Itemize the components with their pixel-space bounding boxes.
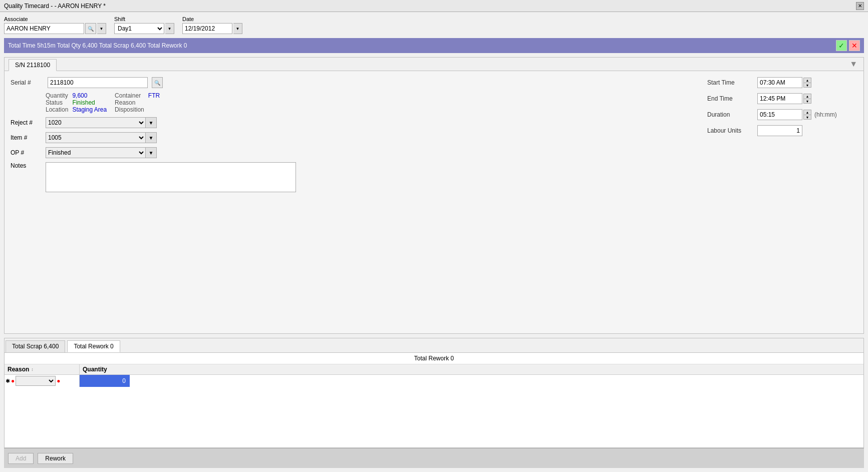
hhmm-label: (hh:mm) bbox=[814, 111, 837, 118]
qty-error-icon: ● bbox=[57, 377, 60, 384]
item-row: Item # 1005 ▼ bbox=[11, 132, 687, 143]
duration-up-btn[interactable]: ▲ bbox=[803, 110, 811, 115]
quantity-row-input[interactable] bbox=[98, 376, 128, 386]
op-row: OP # Finished ▼ bbox=[11, 147, 687, 158]
close-button[interactable]: ✕ bbox=[856, 2, 864, 10]
reject-select[interactable]: 1020 bbox=[46, 117, 146, 128]
cancel-button[interactable]: ✕ bbox=[849, 40, 860, 51]
associate-dropdown-btn[interactable]: ▼ bbox=[97, 23, 106, 34]
op-label: OP # bbox=[11, 149, 46, 156]
main-container: Associate 🔍 ▼ Shift Day1 ▼ Date ▼ bbox=[0, 12, 868, 472]
reject-label: Reject # bbox=[11, 119, 46, 126]
status-bar: Total Time 5h15m Total Qty 6,400 Total S… bbox=[4, 38, 864, 53]
item-select-group: 1005 ▼ bbox=[46, 132, 157, 143]
shift-label: Shift bbox=[114, 16, 174, 22]
save-button[interactable]: ✓ bbox=[836, 40, 847, 51]
status-bar-actions: ✓ ✕ bbox=[836, 40, 860, 51]
op-select-group: Finished ▼ bbox=[46, 147, 157, 158]
end-time-down-btn[interactable]: ▼ bbox=[803, 99, 811, 104]
reject-dropdown-btn[interactable]: ▼ bbox=[146, 117, 157, 128]
op-dropdown-btn[interactable]: ▼ bbox=[146, 147, 157, 158]
start-time-input[interactable] bbox=[757, 77, 802, 88]
duration-label: Duration bbox=[707, 111, 757, 118]
rework-table-header: Reason ↕ Quantity bbox=[5, 364, 863, 375]
reason-row-select[interactable] bbox=[16, 376, 56, 386]
shift-dropdown-btn[interactable]: ▼ bbox=[165, 23, 174, 34]
title-bar-text: Quality Timecard - - AARON HENRY * bbox=[4, 3, 106, 10]
serial-search-icon[interactable]: 🔍 bbox=[152, 77, 163, 88]
start-time-up-btn[interactable]: ▲ bbox=[803, 78, 811, 83]
associate-search-icon[interactable]: 🔍 bbox=[85, 23, 96, 34]
labour-units-input[interactable] bbox=[757, 125, 802, 136]
title-bar: Quality Timecard - - AARON HENRY * ✕ bbox=[0, 0, 868, 12]
disposition-info-label: Disposition bbox=[115, 106, 148, 113]
top-form: Associate 🔍 ▼ Shift Day1 ▼ Date ▼ bbox=[4, 16, 864, 34]
serial-row: Serial # 🔍 bbox=[11, 77, 687, 88]
duration-down-btn[interactable]: ▼ bbox=[803, 115, 811, 120]
duration-row: Duration ▲ ▼ (hh:mm) bbox=[707, 109, 857, 120]
container-info-value: FTR bbox=[148, 92, 168, 99]
reason-sort-icon[interactable]: ↕ bbox=[31, 367, 34, 372]
tab-header: S/N 2118100 ▼ bbox=[5, 58, 863, 71]
location-info-label: Location bbox=[46, 106, 72, 113]
col-quantity: Quantity bbox=[80, 364, 130, 374]
container-info-label: Container bbox=[115, 92, 148, 99]
reason-cell: ✱ ● ● bbox=[5, 375, 80, 387]
bottom-tab-content: Total Rework 0 Reason ↕ Quantity ✱ ● bbox=[5, 353, 863, 447]
end-time-label: End Time bbox=[707, 95, 757, 102]
associate-row: 🔍 ▼ bbox=[4, 23, 106, 34]
serial-input[interactable] bbox=[48, 77, 148, 88]
shift-group: Shift Day1 ▼ bbox=[114, 16, 174, 34]
footer: Add Rework bbox=[4, 448, 864, 468]
tab-content: Serial # 🔍 Quantity 9,600 Container FTR bbox=[5, 71, 863, 333]
item-select[interactable]: 1005 bbox=[46, 132, 146, 143]
tab-total-rework[interactable]: Total Rework 0 bbox=[67, 340, 120, 352]
bottom-tabs: Total Scrap 6,400 Total Rework 0 bbox=[5, 338, 863, 353]
reject-row: Reject # 1020 ▼ bbox=[11, 117, 687, 128]
date-label: Date bbox=[182, 16, 242, 22]
start-time-down-btn[interactable]: ▼ bbox=[803, 83, 811, 88]
tab-sn[interactable]: S/N 2118100 bbox=[9, 59, 57, 71]
labour-units-label: Labour Units bbox=[707, 127, 757, 134]
reject-select-group: 1020 ▼ bbox=[46, 117, 157, 128]
quantity-info-label: Quantity bbox=[46, 92, 72, 99]
status-info-value: Finished bbox=[72, 99, 115, 106]
shift-select[interactable]: Day1 bbox=[114, 23, 164, 34]
notes-textarea[interactable] bbox=[46, 162, 296, 192]
quantity-cell bbox=[80, 375, 130, 387]
table-row: ✱ ● ● bbox=[5, 375, 863, 387]
col-reason: Reason ↕ bbox=[5, 364, 80, 374]
reason-info-label: Reason bbox=[115, 99, 148, 106]
tab-total-scrap[interactable]: Total Scrap 6,400 bbox=[6, 340, 65, 352]
duration-input[interactable] bbox=[757, 109, 802, 120]
location-info-value: Staging Area bbox=[72, 106, 115, 113]
add-button[interactable]: Add bbox=[8, 453, 34, 464]
item-dropdown-btn[interactable]: ▼ bbox=[146, 132, 157, 143]
row-controls: ✱ ● ● bbox=[5, 375, 62, 387]
disposition-info-value bbox=[148, 106, 168, 113]
reason-info-value bbox=[148, 99, 168, 106]
detail-form: Serial # 🔍 Quantity 9,600 Container FTR bbox=[11, 77, 857, 192]
info-grid: Quantity 9,600 Container FTR Status Fini… bbox=[46, 92, 687, 113]
quantity-info-value: 9,600 bbox=[72, 92, 115, 99]
associate-group: Associate 🔍 ▼ bbox=[4, 16, 106, 34]
date-input[interactable] bbox=[182, 23, 232, 34]
start-time-label: Start Time bbox=[707, 79, 757, 86]
reason-error-icon: ● bbox=[11, 377, 15, 384]
notes-row: Notes bbox=[11, 162, 687, 192]
status-info-label: Status bbox=[46, 99, 72, 106]
start-time-row: Start Time ▲ ▼ bbox=[707, 77, 857, 88]
date-dropdown-btn[interactable]: ▼ bbox=[233, 23, 242, 34]
op-select[interactable]: Finished bbox=[46, 147, 146, 158]
status-bar-text: Total Time 5h15m Total Qty 6,400 Total S… bbox=[8, 42, 187, 49]
detail-left: Serial # 🔍 Quantity 9,600 Container FTR bbox=[11, 77, 687, 192]
start-time-spinner: ▲ ▼ bbox=[803, 78, 811, 88]
bottom-section: Total Scrap 6,400 Total Rework 0 Total R… bbox=[4, 338, 864, 448]
end-time-input[interactable] bbox=[757, 93, 802, 104]
associate-input[interactable] bbox=[4, 23, 84, 34]
end-time-up-btn[interactable]: ▲ bbox=[803, 94, 811, 99]
notes-label: Notes bbox=[11, 162, 46, 169]
row-asterisk-icon[interactable]: ✱ bbox=[6, 378, 10, 384]
rework-button[interactable]: Rework bbox=[38, 453, 73, 464]
associate-label: Associate bbox=[4, 16, 106, 22]
